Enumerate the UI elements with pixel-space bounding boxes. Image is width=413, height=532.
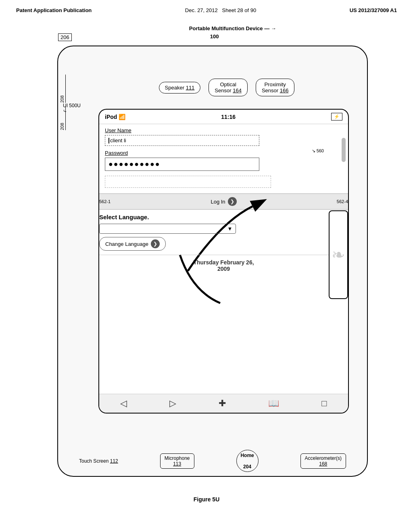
patent-header: Patent Application Publication Dec. 27, … <box>0 0 413 17</box>
change-language-button[interactable]: Change Language ❯ <box>99 237 166 251</box>
scroll-thumb <box>342 138 346 162</box>
password-input[interactable]: ●●●●●●●●●● <box>105 158 259 171</box>
device-title-label: Portable Multifunction Device — → <box>189 25 276 31</box>
label-560: ↘ 560 <box>312 148 324 154</box>
change-lang-arrow-icon: ❯ <box>151 239 160 248</box>
battery-icon: ⚡ <box>331 113 342 121</box>
proximity-sensor: ProximitySensor 166 <box>256 79 295 96</box>
login-button[interactable]: Log In ❯ <box>211 197 236 206</box>
bracket-208-bottom: 208 <box>60 106 66 130</box>
patent-date: Dec. 27, 2012 <box>185 7 218 13</box>
figure-label: Figure 5U <box>0 496 413 503</box>
inner-screen: iPod 📶 11:16 ⚡ 532↗ 530↗ 502↗ User Name … <box>98 109 349 414</box>
nav-add-icon[interactable]: ✚ <box>219 398 226 409</box>
patent-sheet: Sheet 28 of 90 <box>222 7 257 13</box>
accelerometer-box: Accelerometer(s) 168 <box>300 453 346 469</box>
login-section: 562-1 Log In ❯ 562-4 <box>98 193 349 210</box>
nav-forward-icon[interactable]: ▷ <box>169 398 176 409</box>
outer-device-box: 206 Speaker 111 OpticalSensor 164 Proxim… <box>57 46 368 477</box>
speaker-sensor: Speaker 111 <box>159 82 201 94</box>
nav-back-icon[interactable]: ◁ <box>120 398 127 409</box>
date-display: Thursday February 26,2009 <box>99 255 348 276</box>
bracket-208-top: 208 <box>60 75 66 103</box>
label-562-1: 562-1 <box>99 199 111 204</box>
bottom-nav: ◁ ▷ ✚ 📖 □ <box>99 394 348 413</box>
password-label: Password <box>105 150 342 156</box>
sensor-row: Speaker 111 OpticalSensor 164 ProximityS… <box>106 79 347 96</box>
status-bar: iPod 📶 11:16 ⚡ <box>99 110 348 124</box>
touch-screen-label: Touch Screen 112 <box>79 458 118 464</box>
username-input[interactable]: client li <box>105 135 259 146</box>
select-language-label: Select Language. <box>99 214 348 220</box>
device-number-label: 100 <box>210 33 219 39</box>
microphone-box: Microphone 113 <box>160 453 194 469</box>
gesture-area <box>105 176 271 188</box>
language-section: 562-2 562-3 Select Language. ▼ Change La… <box>98 210 349 255</box>
screen-content: 532↗ 530↗ 502↗ User Name client li ↘ 560… <box>99 124 348 193</box>
diagram-area: Portable Multifunction Device — → 100 20… <box>0 17 413 493</box>
diagram-wrapper: Portable Multifunction Device — → 100 20… <box>33 21 380 493</box>
patent-right-header: US 2012/327009 A1 <box>350 7 397 13</box>
optical-sensor: OpticalSensor 164 <box>209 79 248 96</box>
partial-content: ❧ <box>330 211 347 298</box>
home-button[interactable]: Home 204 <box>236 450 259 472</box>
bottom-labels-row: Touch Screen 112 Microphone 113 Home 204… <box>58 450 367 472</box>
language-dropdown[interactable]: ▼ <box>99 224 236 234</box>
label-206: 206 <box>58 34 72 40</box>
login-arrow-icon: ❯ <box>228 197 237 206</box>
right-partial-element: ❧ <box>329 210 348 299</box>
patent-center-header: Dec. 27, 2012 Sheet 28 of 90 <box>185 7 256 13</box>
username-value: client li <box>110 137 126 143</box>
nav-tab-icon[interactable]: □ <box>321 398 327 409</box>
nav-bookmark-icon[interactable]: 📖 <box>268 398 279 409</box>
username-label: User Name <box>105 127 342 133</box>
carrier-name: iPod 📶 <box>105 114 125 120</box>
current-time: 11:16 <box>221 114 236 120</box>
patent-left-header: Patent Application Publication <box>16 7 92 13</box>
